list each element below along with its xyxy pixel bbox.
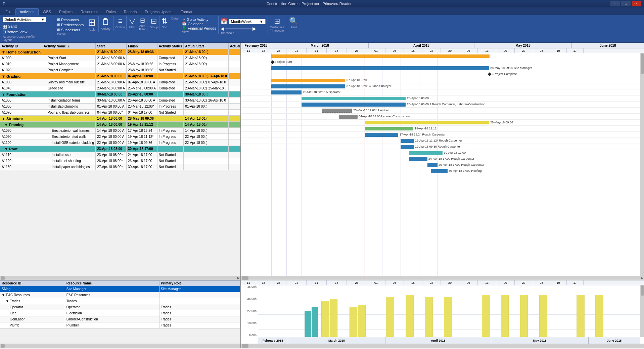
- filter-button[interactable]: ▽: [129, 17, 135, 26]
- row-a1050[interactable]: A1050 Install fondation forms 30-Mar-18 …: [0, 98, 241, 104]
- cell-actual-finish: [228, 164, 240, 170]
- res-hscroll-thumb[interactable]: [242, 344, 248, 348]
- close-button[interactable]: ×: [632, 1, 641, 6]
- resource-hscroll[interactable]: [0, 344, 240, 348]
- group-roof[interactable]: ▼ Roof 23-Apr-18 08:00 30-Apr-18 17:00: [0, 146, 241, 152]
- bottom-view-button[interactable]: ⊟ Bottom View: [3, 30, 46, 34]
- row-a1060[interactable]: A1060 Install slab plumbing 01-Apr-18 00…: [0, 104, 241, 110]
- group-framing[interactable]: ▼ Framing 14-Apr-18 00:00 19-Apr-18 11:1…: [0, 122, 241, 128]
- app-icon: P: [3, 1, 6, 6]
- cell-start: 21-Mar-18 00:00 A: [96, 61, 127, 67]
- group-foundation[interactable]: ▼ Foundation 30-Mar-18 00:00 26-Apr-18 0…: [0, 91, 241, 98]
- tab-file[interactable]: File: [1, 9, 15, 15]
- col-resource-name: Resource Name: [65, 281, 159, 286]
- row-a1020[interactable]: A1020 Project Complete 28-May-18 09:36 N…: [0, 67, 241, 73]
- row-trades[interactable]: ▼ Trades Trades: [0, 298, 240, 304]
- tab-projects[interactable]: Projects: [55, 9, 77, 15]
- hscroll-right[interactable]: ▶: [640, 276, 644, 280]
- cell-start: 21-Mar-18 00:00: [96, 73, 127, 79]
- timescale-dropdown[interactable]: Month/Week ▼: [229, 19, 266, 24]
- group-home-construction[interactable]: ▼ Home Construction 21-Mar-18 00:00 28-M…: [0, 49, 241, 55]
- cell-status: In Progress: [157, 140, 183, 146]
- tab-format[interactable]: Format: [177, 9, 196, 15]
- maximize-button[interactable]: □: [621, 1, 631, 6]
- row-a1090[interactable]: A1090 Erect interior stud walls 22-Apr-1…: [0, 134, 241, 140]
- table-button[interactable]: ⊞: [88, 17, 96, 28]
- label-shingles: 30-Apr-18 17:00 Roofing: [449, 169, 482, 172]
- activity-hscroll[interactable]: ▶: [0, 276, 240, 280]
- cell-id: A1090: [0, 134, 42, 140]
- cell-finish: 24-Apr-18 17:00: [127, 152, 157, 158]
- row-enc[interactable]: ▼ E&C Resources E&C Resources: [0, 292, 240, 298]
- group-structure[interactable]: ▼ Structure 14-Apr-18 00:00 28-May-18 09…: [0, 116, 241, 122]
- row-a1130[interactable]: A1130 Install paper and shingles 27-Apr-…: [0, 164, 241, 170]
- week-08-apr: 08: [385, 48, 404, 53]
- sort-button[interactable]: ⇅: [162, 17, 168, 26]
- bottom-view-icon: ⊟: [3, 30, 6, 34]
- cell-status: Completed: [157, 79, 183, 85]
- cell-name: Erect exterior wall frames: [42, 128, 96, 134]
- row-elec[interactable]: Elec Electrician Trades: [0, 310, 240, 316]
- hscroll-thumb[interactable]: [1, 276, 5, 280]
- financial-periods-button[interactable]: 💲 Financial Periods: [182, 26, 216, 30]
- y-label-36: 36.00h: [242, 297, 257, 301]
- tab-progress-update[interactable]: Progress Update: [141, 9, 177, 15]
- gantt-vscroll-thumb[interactable]: [641, 53, 644, 74]
- tab-reports[interactable]: Reports: [120, 9, 141, 15]
- activity-table-scroll[interactable]: Activity ID Activity Name ▲ Start Finish…: [0, 43, 240, 276]
- tab-wbs[interactable]: WBS: [39, 9, 55, 15]
- row-plumb[interactable]: Plumb Plumber Trades: [0, 322, 240, 328]
- gantt-button[interactable]: ▦ Gantt: [3, 24, 46, 29]
- layout-combo[interactable]: Default Activities ▼: [3, 17, 46, 22]
- row-a1030[interactable]: A1030 Survey and mark out site 21-Mar-18…: [0, 79, 241, 85]
- autofilter-button[interactable]: ⊟: [140, 17, 145, 24]
- cell-name: Install OSB exterior cladding: [42, 140, 96, 146]
- tab-roles[interactable]: Roles: [102, 9, 120, 15]
- row-a1010[interactable]: A1010 Project Management 21-Mar-18 00:00…: [0, 61, 241, 67]
- cell-name: Install slab plumbing: [42, 104, 96, 110]
- row-a1070[interactable]: A1070 Pour and float slab concrete 04-Ap…: [0, 110, 241, 116]
- res-vscroll[interactable]: [640, 285, 644, 337]
- group-button[interactable]: ⊟: [151, 17, 157, 26]
- gantt-hscroll-thumb[interactable]: [242, 276, 248, 280]
- tab-activities[interactable]: Activities: [15, 8, 39, 15]
- res-vscroll-thumb[interactable]: [641, 285, 644, 296]
- predecessors-button[interactable]: ⊞ Predecessors: [57, 23, 84, 27]
- row-genlabor[interactable]: GenLabor Laborer-Construction Trades: [0, 316, 240, 322]
- label-found-forms: 26-Apr-18 00:00 A Rough Carpenter, Labor…: [407, 103, 485, 106]
- cell-finish: 28-May-18 09:36: [127, 67, 157, 73]
- cell-id: A1000: [0, 55, 42, 61]
- row-a1120[interactable]: A1120 Install roof sheeting 26-Apr-18 08…: [0, 158, 241, 164]
- res-hscroll[interactable]: [241, 344, 644, 348]
- expand-icon[interactable]: ▶: [237, 276, 240, 280]
- resource-table-scroll[interactable]: Resource ID Resource Name Primary Role S…: [0, 280, 240, 344]
- resources-pane-button[interactable]: ⊞ Resources: [57, 17, 84, 22]
- bar-home-construction: [271, 54, 490, 58]
- gantt-vscroll[interactable]: [640, 53, 644, 276]
- res-week-25m: 25: [347, 280, 367, 285]
- minimize-button[interactable]: −: [610, 1, 620, 6]
- row-a1000[interactable]: A1000 Project Start 21-Mar-18 00:00 A Co…: [0, 55, 241, 61]
- calendar-button[interactable]: 📅 Calendar: [182, 22, 216, 26]
- customize-timescale-button[interactable]: ⊞: [274, 17, 280, 26]
- row-operator[interactable]: Operator Operator Trades: [0, 304, 240, 310]
- go-to-activity-button[interactable]: → Go to Activity: [182, 17, 216, 22]
- group-grading[interactable]: ▼ Grading 21-Mar-18 00:00 07-Apr-18 00:0…: [0, 73, 241, 79]
- row-a1100[interactable]: A1100 Install OSB exterior cladding 22-A…: [0, 140, 241, 146]
- row-a1080[interactable]: A1080 Erect exterior wall frames 14-Apr-…: [0, 128, 241, 134]
- tab-resources[interactable]: Resources: [77, 9, 102, 15]
- timescale-slider[interactable]: [225, 28, 252, 30]
- cell-start: [96, 67, 127, 73]
- gantt-hscroll[interactable]: ▶: [241, 276, 644, 280]
- row-a1110[interactable]: A1110 Install trusses 23-Apr-18 08:00* 2…: [0, 152, 241, 158]
- find-button[interactable]: 🔍: [289, 17, 298, 26]
- gantt-bars-area[interactable]: Project Start 28-May-18 09:36 Site Manag…: [241, 53, 644, 276]
- resource-hscroll-thumb[interactable]: [1, 344, 5, 348]
- successors-button[interactable]: ⊞ Successors: [57, 28, 84, 32]
- outline-button[interactable]: ≡: [118, 17, 123, 26]
- res-week-04: 04: [286, 280, 307, 285]
- row-smng[interactable]: SMng Site Manager Site Manager: [0, 286, 240, 292]
- activity-button[interactable]: 🗒: [101, 17, 110, 27]
- row-a1040[interactable]: A1040 Grade site 23-Mar-18 00:00 A 25-Ma…: [0, 85, 241, 91]
- col-activity-name: Activity Name ▲: [42, 43, 96, 49]
